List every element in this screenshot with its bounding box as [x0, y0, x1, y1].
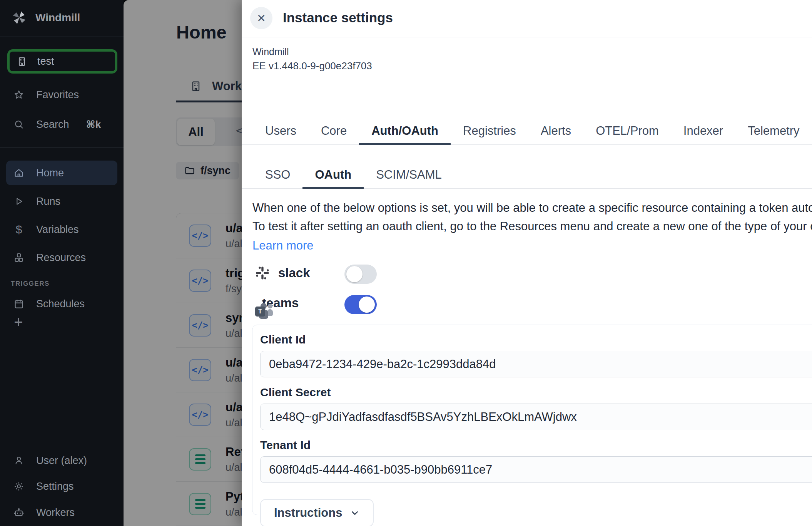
tenant-id-input[interactable]	[260, 456, 812, 483]
instance-settings-drawer: ✕ Instance settings Windmill EE v1.448.0…	[242, 0, 812, 526]
workspace-name: test	[37, 55, 54, 67]
sidebar-item-label: Schedules	[36, 298, 85, 310]
teams-config-box: Client Id Client Secret Tenant Id Instru…	[252, 325, 812, 515]
tab-alerts[interactable]: Alerts	[528, 121, 583, 145]
sidebar-item-label: Resources	[36, 252, 86, 264]
boxes-icon	[13, 252, 25, 263]
slack-toggle[interactable]	[344, 265, 377, 284]
sidebar-item-workers[interactable]: Workers	[6, 500, 117, 525]
oauth-description-line2: To test it after setting an oauth client…	[252, 219, 812, 233]
play-icon	[13, 196, 25, 207]
tab-auth-oauth[interactable]: Auth/OAuth	[359, 121, 451, 145]
slack-label: slack	[278, 266, 310, 280]
tenant-id-label: Tenant Id	[260, 439, 311, 451]
drawer-backdrop[interactable]	[124, 0, 242, 526]
settings-tabs: Users Core Auth/OAuth Registries Alerts …	[242, 121, 812, 145]
divider	[0, 147, 124, 148]
client-secret-input[interactable]	[260, 404, 812, 430]
triggers-section-label: TRIGGERS	[11, 280, 50, 288]
subtab-sso[interactable]: SSO	[253, 165, 302, 189]
tab-registries[interactable]: Registries	[451, 121, 528, 145]
sidebar-item-home[interactable]: Home	[6, 161, 117, 185]
sidebar-item-label: User (alex)	[36, 455, 87, 467]
home-icon	[13, 167, 25, 179]
star-icon	[13, 89, 25, 101]
tab-indexer[interactable]: Indexer	[671, 121, 735, 145]
gear-icon	[13, 481, 25, 492]
sidebar-item-label: Home	[36, 167, 64, 179]
client-id-label: Client Id	[260, 333, 306, 346]
sidebar-item-search[interactable]: Search ⌘k	[6, 112, 117, 137]
divider	[0, 37, 124, 37]
brand-title: Windmill	[35, 12, 80, 24]
auth-subtabs: SSO OAuth SCIM/SAML	[242, 165, 812, 189]
add-trigger-button[interactable]: +	[10, 313, 27, 330]
tab-telemetry[interactable]: Telemetry	[735, 121, 812, 145]
slack-row: slack	[255, 266, 310, 280]
sidebar-item-favorites[interactable]: Favorites	[6, 82, 117, 107]
subtab-oauth[interactable]: OAuth	[302, 165, 364, 189]
sidebar-item-label: Favorites	[36, 89, 79, 101]
dollar-icon: $	[13, 224, 25, 235]
app-version: EE v1.448.0-9-g00e23f703	[252, 60, 372, 72]
sidebar-item-user[interactable]: User (alex)	[6, 448, 117, 473]
teams-toggle[interactable]	[344, 295, 377, 314]
sidebar-item-resources[interactable]: Resources	[6, 245, 117, 270]
oauth-description-line1: When one of the below options is set, yo…	[252, 201, 812, 215]
app-name: Windmill	[252, 46, 289, 57]
client-secret-label: Client Secret	[260, 386, 331, 399]
building-icon	[17, 56, 27, 67]
sidebar-item-label: Variables	[36, 224, 79, 236]
robot-icon	[13, 507, 25, 518]
instructions-button[interactable]: Instructions	[260, 499, 374, 526]
sidebar-item-settings[interactable]: Settings	[6, 474, 117, 499]
drawer-header: ✕ Instance settings	[242, 0, 812, 37]
workspace-selector[interactable]: test	[7, 49, 117, 74]
windmill-logo-icon	[12, 10, 27, 25]
drawer-title: Instance settings	[283, 10, 393, 25]
teams-row: T teams	[255, 296, 299, 310]
teams-label: teams	[262, 296, 299, 310]
user-icon	[13, 455, 25, 466]
client-id-input[interactable]	[260, 351, 812, 377]
search-icon	[13, 119, 25, 130]
windmill-app: Windmill test	[0, 0, 812, 526]
subtab-scim-saml[interactable]: SCIM/SAML	[364, 165, 454, 189]
tab-core[interactable]: Core	[309, 121, 359, 145]
sidebar-item-label: Search	[36, 119, 69, 131]
sidebar-item-schedules[interactable]: Schedules	[6, 291, 117, 316]
sidebar: Windmill test	[0, 0, 124, 526]
sidebar-item-runs[interactable]: Runs	[6, 189, 117, 214]
tab-otel-prom[interactable]: OTEL/Prom	[583, 121, 671, 145]
sidebar-item-label: Runs	[36, 196, 60, 208]
sidebar-item-label: Workers	[36, 507, 75, 519]
slack-icon	[255, 266, 270, 280]
sidebar-item-label: Settings	[36, 481, 74, 492]
search-shortcut: ⌘k	[86, 119, 101, 131]
calendar-icon	[13, 298, 25, 310]
brand: Windmill	[12, 10, 80, 25]
learn-more-link[interactable]: Learn more	[252, 239, 314, 253]
close-icon[interactable]: ✕	[250, 7, 272, 29]
tab-users[interactable]: Users	[253, 121, 309, 145]
instructions-label: Instructions	[274, 506, 342, 520]
chevron-down-icon	[350, 508, 360, 518]
sidebar-item-variables[interactable]: $ Variables	[6, 217, 117, 242]
